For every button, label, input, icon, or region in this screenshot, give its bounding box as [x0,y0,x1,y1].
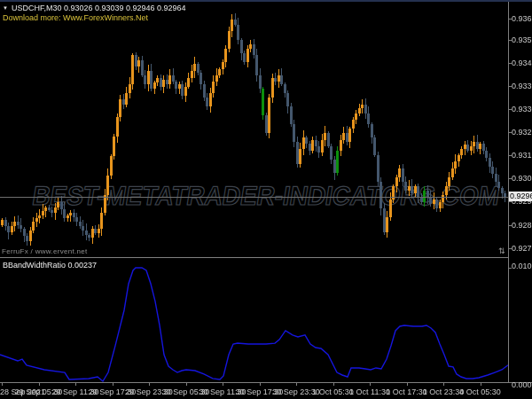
price-axis-label: 0.93660 [512,14,532,23]
indicator-axis-label: 0.00094 [512,380,532,389]
symbol-quote-text: USDCHF,M30 0.93026 0.93039 0.92946 0.929… [12,4,186,12]
price-axis-label: 0.93305 [512,105,532,113]
panel-divider[interactable] [0,257,508,258]
indicator-label: BBandWidthRatio 0.00237 [3,261,97,270]
current-price-tag: 0.92964 [509,192,532,201]
price-axis-label: 0.93485 [512,59,532,67]
mt4-chart-window: BEST-METATRADER-INDICATORS.COM ▼ USDCHF,… [0,0,532,399]
price-axis-label: 0.93395 [512,82,532,90]
price-axis-label: 0.93125 [512,151,532,160]
chart-menu-icon[interactable]: ▼ [3,5,8,11]
time-axis-border [0,382,532,383]
price-axis-label: 0.92765 [512,244,532,253]
quote-line: ▼ USDCHF,M30 0.93026 0.93039 0.92946 0.9… [3,4,186,12]
chart-canvas[interactable] [0,0,532,399]
price-axis-label: 0.93575 [512,35,532,44]
time-axis-label: 4 Oct 05:30 [457,387,505,396]
window-top-border [0,0,532,2]
promo-link[interactable]: Download more: Www.ForexWinners.Net [3,13,148,22]
price-axis-label: 0.92855 [512,221,532,230]
indicator-axis-label: 0.01097 [512,262,532,270]
price-axis-label: 0.93035 [512,174,532,183]
price-axis-label: 0.93215 [512,128,532,137]
chart-shift-icon[interactable]: ⇅ [498,246,505,255]
credit-text: FerruFx / www.ervent.net [2,247,88,255]
